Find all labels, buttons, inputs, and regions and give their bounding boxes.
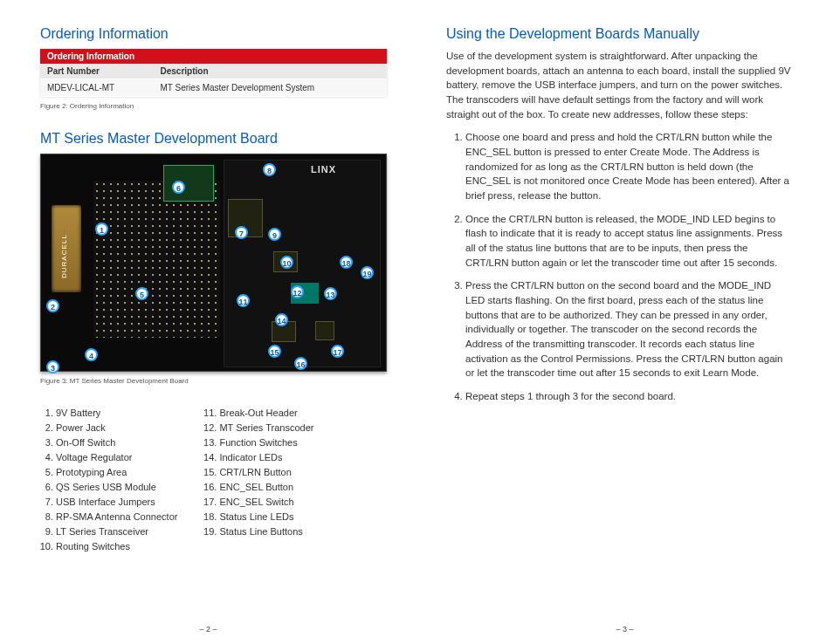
rf-section-graphic: [224, 160, 381, 367]
intro-paragraph: Use of the development system is straigh…: [446, 49, 793, 121]
callout-10: 10: [280, 256, 293, 269]
callout-17: 17: [331, 345, 344, 358]
heading-board: MT Series Master Development Board: [40, 131, 387, 147]
callout-14: 14: [275, 313, 288, 326]
legend-item: Indicator LEDs: [219, 450, 313, 465]
cell-part: MDEV-LICAL-MT: [40, 79, 154, 97]
battery-graphic: [52, 205, 81, 292]
legend-item: Routing Switches: [56, 539, 177, 554]
callout-1: 1: [95, 223, 108, 236]
legend-item: USB Interface Jumpers: [56, 495, 177, 510]
page-number-right: – 3 –: [416, 625, 833, 634]
page-left: Ordering Information Ordering Informatio…: [0, 0, 416, 644]
step-item: Choose one board and press and hold the …: [465, 130, 793, 202]
page-right: Using the Development Boards Manually Us…: [416, 0, 833, 644]
legend-item: MT Series Transcoder: [219, 421, 313, 435]
chip-graphic: [315, 321, 334, 340]
heading-using: Using the Development Boards Manually: [446, 26, 793, 42]
callout-2: 2: [46, 299, 59, 312]
proto-area-graphic: [93, 181, 220, 338]
legend-item: Status Line Buttons: [219, 524, 313, 539]
col-description: Description: [154, 64, 387, 79]
callout-16: 16: [294, 357, 307, 370]
steps-list: Choose one board and press and hold the …: [446, 130, 793, 403]
legend-item: LT Series Transceiver: [56, 524, 177, 539]
legend-item: Power Jack: [56, 421, 177, 435]
callout-12: 12: [291, 285, 304, 298]
figure3-caption: Figure 3: MT Series Master Development B…: [40, 377, 387, 385]
callout-13: 13: [324, 287, 337, 300]
legend-item: RP-SMA Antenna Connector: [56, 510, 177, 524]
figure2-caption: Figure 2: Ordering Information: [40, 102, 387, 110]
callout-5: 5: [135, 287, 148, 300]
legend: 9V BatteryPower JackOn-Off SwitchVoltage…: [40, 406, 387, 554]
cell-desc: MT Series Master Development System: [154, 79, 387, 97]
callout-11: 11: [237, 294, 250, 307]
callout-9: 9: [268, 228, 281, 241]
callout-7: 7: [235, 226, 248, 239]
legend-item: 9V Battery: [56, 406, 177, 421]
legend-item: QS Series USB Module: [56, 480, 177, 495]
legend-item: On-Off Switch: [56, 435, 177, 450]
step-item: Repeat steps 1 through 3 for the second …: [465, 389, 793, 404]
legend-item: Prototyping Area: [56, 465, 177, 480]
heading-ordering: Ordering Information: [40, 26, 387, 42]
table-title: Ordering Information: [40, 49, 387, 64]
legend-item: ENC_SEL Button: [219, 480, 313, 495]
callout-4: 4: [85, 348, 98, 361]
callout-3: 3: [46, 360, 59, 373]
legend-item: CRT/LRN Button: [219, 465, 313, 480]
legend-item: Voltage Regulator: [56, 450, 177, 465]
legend-item: Function Switches: [219, 435, 313, 450]
board-photo: 12345678910111213141516171819: [40, 154, 387, 372]
callout-18: 18: [340, 256, 353, 269]
step-item: Press the CRT/LRN button on the second b…: [465, 278, 793, 380]
callout-6: 6: [172, 181, 185, 194]
legend-item: Status Line LEDs: [219, 510, 313, 524]
usb-module-graphic: [163, 165, 214, 202]
callout-8: 8: [263, 163, 276, 176]
legend-item: ENC_SEL Switch: [219, 495, 313, 510]
col-partnumber: Part Number: [40, 64, 154, 79]
step-item: Once the CRT/LRN button is released, the…: [465, 212, 793, 271]
ordering-table: Ordering Information Part Number Descrip…: [40, 49, 387, 97]
callout-19: 19: [361, 266, 374, 279]
page-number-left: – 2 –: [0, 625, 416, 634]
callout-15: 15: [268, 345, 281, 358]
legend-item: Break-Out Header: [219, 406, 313, 421]
